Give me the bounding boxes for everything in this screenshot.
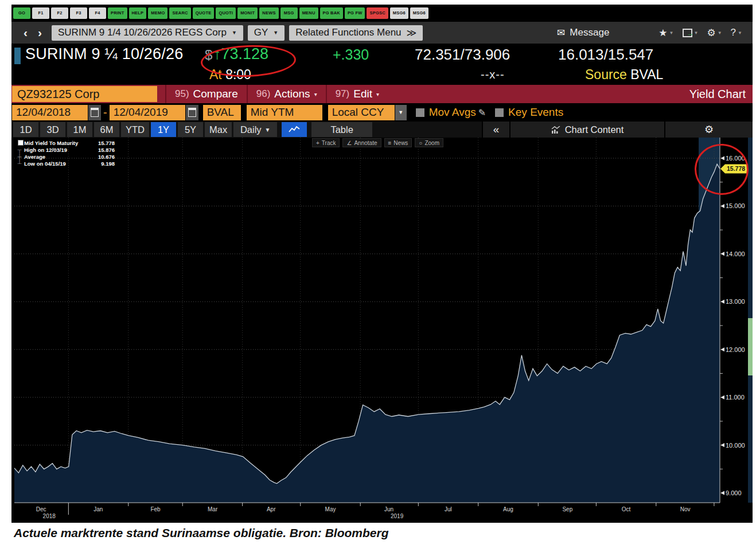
navbar-icon-group: ★▼ →▼ ⚙▼ ?▼ (658, 27, 742, 39)
mov-avgs-checkbox[interactable] (416, 108, 424, 117)
currency-field[interactable]: Local CCY (328, 105, 395, 120)
related-functions-label: Related Functions Menu (295, 27, 401, 38)
menu-button-actions[interactable]: 96)Actions▾ (247, 85, 326, 103)
metric-field[interactable]: Mid YTM (247, 105, 322, 120)
function-key-pg-bak[interactable]: PG BAK (320, 7, 343, 19)
function-key-quoti[interactable]: QUOTI (216, 7, 236, 19)
tab-period-1y[interactable]: 1Y (151, 122, 176, 137)
yield-chart-panel[interactable]: 16.00015.00014.00013.00012.00011.00010.0… (11, 138, 753, 523)
function-key-f3[interactable]: F3 (70, 7, 87, 19)
function-key-monit[interactable]: MONIT (237, 7, 258, 19)
function-key-quote[interactable]: QUOTE (193, 7, 215, 19)
back-arrow-button[interactable]: ‹ (18, 26, 33, 40)
chevron-down-icon: ▼ (738, 30, 742, 36)
exchange-dropdown[interactable]: GY ▼ (248, 25, 285, 41)
key-events-checkbox[interactable] (495, 108, 504, 117)
star-icon: ★ (658, 27, 667, 39)
chart-content-icon (551, 126, 560, 134)
tab-period-1d[interactable]: 1D (13, 122, 38, 137)
tab-period-max[interactable]: Max (205, 122, 232, 137)
chevron-down-icon: ▼ (265, 127, 271, 133)
tab-period-ytd[interactable]: YTD (121, 122, 149, 137)
line-chart-view-button[interactable] (282, 122, 307, 137)
message-label: Message (570, 27, 609, 38)
bloomberg-terminal: GOF1F2F3F4PRINTHELPMEMOSEARCQUOTEQUOTIMO… (11, 5, 753, 523)
forward-arrow-button[interactable]: › (33, 26, 47, 40)
function-key-print[interactable]: PRINT (108, 7, 127, 19)
price-currency: $ (205, 47, 212, 63)
chart-tool-zoom[interactable]: ○Zoom (415, 138, 443, 147)
cross-indicator: --x-- (481, 68, 505, 81)
function-key-news[interactable]: NEWS (259, 7, 278, 19)
message-button[interactable]: ✉ Message (557, 27, 609, 39)
help-button[interactable]: ?▼ (731, 27, 742, 38)
y-axis-label: 10.000 (726, 442, 745, 449)
y-axis-label: 14.000 (726, 250, 745, 257)
function-key-spgsc[interactable]: SPGSC (367, 7, 388, 19)
price-source: Source BVAL (585, 67, 663, 83)
chart-tool-annotate[interactable]: ∠Annotate (342, 138, 381, 147)
menu-button-edit[interactable]: 97)Edit▾ (326, 85, 388, 103)
pricing-source-field[interactable]: BVAL (203, 105, 241, 120)
x-axis-month-label: Dec (36, 506, 46, 512)
security-dropdown[interactable]: SURINM 9 1/4 10/26/2026 REGS Corp ▼ (52, 25, 243, 41)
help-label: ? (731, 27, 736, 38)
currency-dropdown-button[interactable]: ▼ (395, 105, 407, 120)
tab-period-5y[interactable]: 5Y (178, 122, 203, 137)
chart-tool-news[interactable]: ≡News (384, 138, 412, 147)
function-key-f1[interactable]: F1 (32, 7, 49, 19)
legend-row: ┼Average10.676 (15, 153, 115, 160)
function-key-pg-fw[interactable]: PG FW (345, 7, 365, 19)
settings-button[interactable]: ⚙▼ (707, 27, 722, 39)
chart-toolbar: 1D3D1M6MYTD1Y5YMax Daily▼ Table « Chart … (11, 122, 753, 138)
tab-period-3d[interactable]: 3D (40, 122, 65, 137)
function-key-go[interactable]: GO (13, 7, 30, 19)
x-axis-month-label: Aug (503, 506, 513, 512)
date-to-field[interactable]: 12/04/2019 (110, 105, 185, 120)
function-key-msg6[interactable]: MSG6 (410, 7, 428, 19)
chevron-down-icon: ▾ (314, 91, 317, 97)
function-key-row: GOF1F2F3F4PRINTHELPMEMOSEARCQUOTEQUOTIMO… (11, 5, 753, 22)
chart-settings-button[interactable]: ⚙ (664, 122, 753, 138)
security-id-field[interactable]: QZ932125 Corp (12, 86, 157, 102)
envelope-icon: ✉ (557, 27, 565, 39)
date-from-field[interactable]: 12/04/2018 (12, 105, 88, 120)
chevron-down-icon: ▼ (273, 30, 278, 36)
mov-avgs-label: Mov Avgs (429, 106, 476, 119)
tab-period-1m[interactable]: 1M (67, 122, 92, 137)
chevron-down-icon: ▾ (376, 91, 379, 97)
calendar-icon[interactable] (186, 105, 198, 120)
function-key-f4[interactable]: F4 (89, 7, 106, 19)
table-view-button[interactable]: Table (311, 122, 372, 137)
chart-content-button[interactable]: Chart Content (509, 122, 664, 138)
yield-chart[interactable]: 16.00015.00014.00013.00012.00011.00010.0… (11, 138, 753, 523)
chevron-down-icon: ▼ (669, 30, 674, 36)
y-axis-label: 12.000 (726, 346, 745, 353)
security-color-tag (14, 48, 21, 64)
period-tabs: 1D3D1M6MYTD1Y5YMax (11, 122, 232, 137)
chevron-down-icon: ▼ (232, 30, 237, 36)
function-key-searc[interactable]: SEARC (169, 7, 190, 19)
function-key-memo[interactable]: MEMO (148, 7, 167, 19)
menu-button-compare[interactable]: 95)Compare (165, 85, 247, 103)
function-key-menu[interactable]: MENU (299, 7, 318, 19)
bid-ask-yield: 16.013/15.547 (558, 46, 653, 64)
frequency-dropdown[interactable]: Daily▼ (233, 122, 277, 137)
pencil-icon[interactable]: ✎ (478, 107, 486, 118)
last-value-label: 15.778 (727, 165, 745, 172)
price-change: +.330 (333, 46, 369, 63)
function-key-f2[interactable]: F2 (51, 7, 68, 19)
export-button[interactable]: →▼ (683, 29, 699, 37)
calendar-icon[interactable] (88, 105, 101, 120)
export-icon: → (683, 29, 692, 37)
related-functions-menu-button[interactable]: Related Functions Menu ≫ (289, 25, 423, 41)
function-key-help[interactable]: HELP (129, 7, 147, 19)
function-key-msg[interactable]: MSG (280, 7, 298, 19)
function-key-msg6[interactable]: MSG6 (390, 7, 408, 19)
tab-period-6m[interactable]: 6M (94, 122, 119, 137)
chart-tool-track[interactable]: +Track (312, 138, 340, 147)
x-axis-year-label: 2019 (391, 513, 404, 519)
collapse-panel-button[interactable]: « (482, 122, 509, 138)
favorites-button[interactable]: ★▼ (658, 27, 673, 39)
toolbar-right-group: « Chart Content ⚙ (482, 122, 753, 138)
